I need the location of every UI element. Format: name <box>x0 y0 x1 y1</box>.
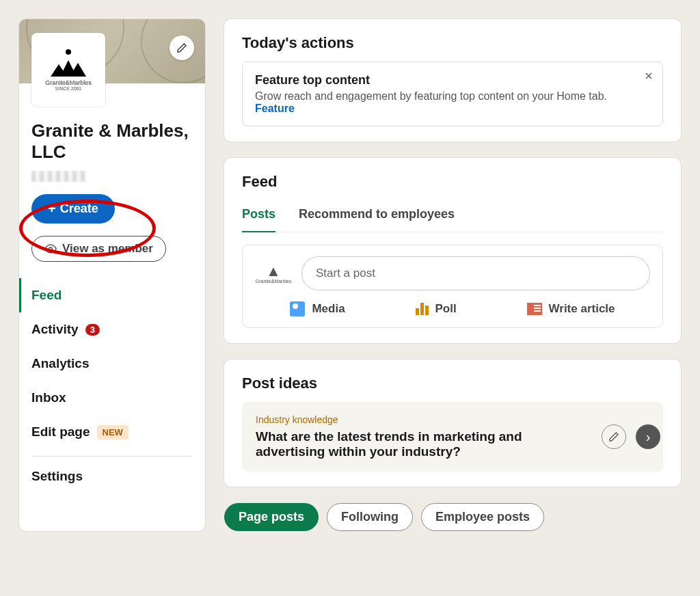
poll-icon <box>416 303 429 315</box>
nav-separator <box>31 456 193 457</box>
eye-icon <box>44 243 57 255</box>
plus-icon: + <box>48 201 56 217</box>
close-icon <box>643 70 654 81</box>
logo-brand: Granite&Marbles <box>45 79 92 86</box>
sidebar-item-feed[interactable]: Feed <box>19 278 193 312</box>
redacted-info <box>31 171 86 182</box>
post-ideas-title: Post ideas <box>242 375 663 392</box>
edit-post-idea-button[interactable] <box>602 424 626 449</box>
pencil-icon <box>176 42 187 53</box>
pill-employee-posts[interactable]: Employee posts <box>421 503 544 531</box>
article-icon <box>527 303 542 315</box>
new-badge: NEW <box>97 425 129 439</box>
sidebar-item-label: Edit page <box>31 424 90 439</box>
feature-link[interactable]: Feature <box>255 103 295 114</box>
feed-filter-pills: Page posts Following Employee posts <box>224 503 681 531</box>
sidebar-item-edit-page[interactable]: Edit page NEW <box>19 415 193 449</box>
sidebar-nav: Feed Activity 3 Analytics Inbox Edit pag… <box>31 278 193 493</box>
todays-actions-title: Today's actions <box>242 34 663 52</box>
create-button-label: Create <box>60 202 98 216</box>
compose-action-label: Poll <box>435 302 457 316</box>
sidebar-item-label: Activity <box>31 322 79 337</box>
action-item: Feature top content Grow reach and engag… <box>242 62 663 126</box>
sidebar-item-analytics[interactable]: Analytics <box>19 347 193 381</box>
compose-media-button[interactable]: Media <box>290 301 345 316</box>
post-idea-item: Industry knowledge What are the latest t… <box>242 402 663 472</box>
svg-point-0 <box>49 247 53 251</box>
compose-action-label: Write article <box>549 302 615 316</box>
sidebar-item-label: Analytics <box>31 356 89 371</box>
sidebar-item-label: Settings <box>31 469 83 484</box>
view-as-member-label: View as member <box>62 242 153 256</box>
pencil-icon <box>608 431 619 442</box>
activity-badge: 3 <box>85 324 100 336</box>
company-logo: Granite&Marbles SINCE 2001 <box>31 33 105 107</box>
pill-page-posts[interactable]: Page posts <box>224 503 319 531</box>
feed-card: Feed Posts Recommend to employees ▲ Gran… <box>224 158 681 343</box>
chevron-right-icon: › <box>646 429 651 445</box>
start-post-input[interactable]: Start a post <box>301 256 650 290</box>
tab-recommend[interactable]: Recommend to employees <box>299 200 455 232</box>
post-idea-question: What are the latest trends in marketing … <box>256 429 584 459</box>
edit-cover-button[interactable] <box>170 36 194 60</box>
logo-since: SINCE 2001 <box>55 86 82 91</box>
tab-posts[interactable]: Posts <box>242 200 275 232</box>
compose-avatar: ▲ Granite&Marbles <box>255 264 292 284</box>
media-icon <box>290 301 305 316</box>
sidebar-item-settings[interactable]: Settings <box>19 459 193 493</box>
compose-poll-button[interactable]: Poll <box>416 301 457 316</box>
sidebar-item-inbox[interactable]: Inbox <box>19 381 193 415</box>
cover-image: Granite&Marbles SINCE 2001 <box>19 19 205 83</box>
pill-following[interactable]: Following <box>327 503 413 531</box>
dismiss-action-button[interactable] <box>643 70 654 85</box>
sidebar-item-activity[interactable]: Activity 3 <box>19 312 193 347</box>
company-name: Granite & Marbles, LLC <box>31 120 193 163</box>
action-item-desc: Grow reach and engagement by featuring t… <box>255 90 624 115</box>
feed-tabs: Posts Recommend to employees <box>242 200 663 232</box>
create-button[interactable]: + Create <box>31 194 115 224</box>
post-ideas-card: Post ideas Industry knowledge What are t… <box>224 360 681 487</box>
todays-actions-card: Today's actions Feature top content Grow… <box>224 19 681 141</box>
compose-action-label: Media <box>312 302 345 316</box>
sidebar-item-label: Inbox <box>31 390 66 405</box>
feed-title: Feed <box>242 173 663 191</box>
action-item-title: Feature top content <box>255 73 650 87</box>
view-as-member-button[interactable]: View as member <box>31 236 166 262</box>
main-content: Today's actions Feature top content Grow… <box>224 19 681 531</box>
sidebar: Granite&Marbles SINCE 2001 Granite & Mar… <box>19 19 205 531</box>
sidebar-item-label: Feed <box>31 288 62 303</box>
compose-article-button[interactable]: Write article <box>527 301 615 316</box>
compose-box: ▲ Granite&Marbles Start a post Media Pol… <box>242 245 663 328</box>
next-post-idea-button[interactable]: › <box>636 424 660 449</box>
post-idea-category: Industry knowledge <box>256 414 649 425</box>
